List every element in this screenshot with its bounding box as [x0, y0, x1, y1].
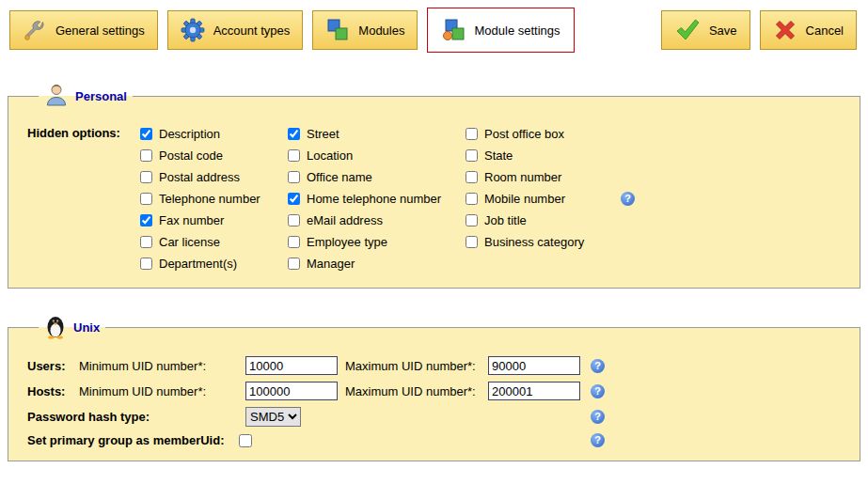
hidden-option-fax-number-checkbox[interactable]: [140, 214, 152, 226]
member-uid-checkbox[interactable]: [239, 434, 252, 447]
hidden-options-column-2: StreetLocationOffice nameHome telephone …: [288, 123, 466, 274]
hidden-option-home-telephone-number: Home telephone number: [288, 188, 466, 210]
hidden-option-employee-type: Employee type: [288, 231, 466, 253]
hidden-option-manager-checkbox[interactable]: [288, 258, 300, 270]
hosts-max-uid-label: Maximum UID number*:: [345, 384, 488, 398]
checkbox-label: Telephone number: [159, 192, 260, 206]
password-hash-row: Password hash type: SMD5 ?: [27, 407, 605, 427]
hidden-option-job-title: Job title: [466, 210, 635, 231]
help-icon[interactable]: ?: [591, 410, 605, 424]
hidden-option-description-checkbox[interactable]: [140, 128, 152, 140]
module-settings-label: Module settings: [474, 23, 560, 38]
personal-section: Personal Hidden options: DescriptionPost…: [8, 83, 860, 289]
hidden-option-car-license-checkbox[interactable]: [140, 236, 152, 248]
hidden-options-column-1: DescriptionPostal codePostal addressTele…: [140, 123, 288, 274]
password-hash-label: Password hash type:: [27, 410, 245, 424]
account-types-label: Account types: [213, 23, 291, 38]
hidden-option-department-s--checkbox[interactable]: [140, 258, 152, 270]
hidden-option-description: Description: [140, 123, 288, 145]
module-settings-tab-selected[interactable]: Module settings: [427, 8, 574, 53]
users-min-uid-label: Minimum UID number*:: [79, 359, 245, 373]
lam-module-settings-page: General settings: [0, 0, 868, 461]
users-min-uid-input[interactable]: [245, 356, 338, 375]
person-icon: [44, 83, 69, 110]
tux-penguin-icon: [44, 313, 67, 342]
checkbox-label: Department(s): [159, 257, 237, 271]
hosts-min-uid-input[interactable]: [245, 382, 338, 400]
hidden-option-mobile-number-checkbox[interactable]: [466, 193, 478, 205]
toolbar: General settings: [0, 0, 868, 58]
checkbox-label: eMail address: [307, 213, 383, 227]
hidden-option-location-checkbox[interactable]: [288, 149, 300, 162]
hidden-option-postal-address-checkbox[interactable]: [140, 171, 152, 183]
hidden-option-mobile-number: Mobile number?: [466, 188, 635, 210]
hidden-option-car-license: Car license: [140, 231, 288, 253]
checkbox-label: Post office box: [484, 127, 564, 141]
hosts-uid-row: Hosts: Minimum UID number*: Maximum UID …: [27, 382, 605, 400]
help-icon[interactable]: ?: [591, 433, 605, 447]
hidden-option-street-checkbox[interactable]: [288, 128, 300, 140]
module-settings-icon: [441, 18, 466, 42]
checkbox-label: Street: [307, 127, 339, 141]
save-label: Save: [709, 23, 737, 38]
checkbox-label: Description: [159, 127, 220, 141]
password-hash-select[interactable]: SMD5: [245, 407, 301, 427]
checkbox-label: Business category: [484, 235, 584, 249]
personal-legend: Personal: [39, 83, 133, 110]
checkbox-label: Postal code: [159, 148, 223, 163]
checkbox-label: Office name: [307, 170, 372, 184]
help-icon[interactable]: ?: [591, 359, 605, 373]
hidden-option-post-office-box-checkbox[interactable]: [466, 128, 478, 140]
cancel-button[interactable]: Cancel: [760, 10, 857, 50]
hidden-option-telephone-number-checkbox[interactable]: [140, 193, 152, 205]
hidden-option-department-s-: Department(s): [140, 253, 288, 274]
hidden-option-email-address-checkbox[interactable]: [288, 214, 300, 226]
checkbox-label: Manager: [307, 257, 355, 271]
hidden-option-room-number-checkbox[interactable]: [466, 171, 478, 183]
hidden-option-postal-address: Postal address: [140, 166, 288, 188]
hidden-option-job-title-checkbox[interactable]: [466, 214, 478, 226]
hidden-option-state: State: [466, 145, 635, 166]
modules-button[interactable]: Modules: [312, 10, 418, 50]
hosts-label: Hosts:: [27, 384, 79, 398]
hidden-option-postal-code: Postal code: [140, 145, 288, 166]
hidden-option-telephone-number: Telephone number: [140, 188, 288, 210]
checkbox-label: Postal address: [159, 170, 240, 184]
member-uid-row: Set primary group as memberUid: ?: [27, 433, 605, 447]
hidden-option-home-telephone-number-checkbox[interactable]: [288, 193, 300, 205]
hosts-max-uid-input[interactable]: [488, 382, 580, 400]
general-settings-label: General settings: [55, 23, 145, 38]
gear-icon: [181, 18, 205, 42]
checkbox-label: Room number: [484, 170, 561, 184]
help-icon[interactable]: ?: [591, 384, 605, 398]
unix-legend: Unix: [39, 313, 105, 342]
hidden-option-office-name-checkbox[interactable]: [288, 171, 300, 183]
hidden-option-email-address: eMail address: [288, 210, 466, 231]
cancel-icon: [773, 18, 797, 42]
modules-label: Modules: [358, 23, 404, 38]
users-max-uid-label: Maximum UID number*:: [345, 359, 488, 373]
hidden-option-state-checkbox[interactable]: [466, 149, 478, 162]
checkbox-label: Car license: [159, 235, 220, 249]
hidden-option-postal-code-checkbox[interactable]: [140, 149, 152, 162]
users-max-uid-input[interactable]: [488, 356, 580, 375]
cancel-label: Cancel: [806, 23, 844, 38]
unix-section: Unix Users: Minimum UID number*: Maximum…: [8, 313, 860, 461]
unix-legend-label: Unix: [73, 320, 100, 335]
help-icon[interactable]: ?: [621, 192, 635, 206]
account-types-button[interactable]: Account types: [167, 10, 304, 50]
checkbox-label: Job title: [484, 213, 527, 227]
users-label: Users:: [27, 359, 79, 373]
general-settings-button[interactable]: General settings: [9, 10, 158, 50]
save-button[interactable]: Save: [661, 10, 750, 50]
users-uid-row: Users: Minimum UID number*: Maximum UID …: [27, 356, 605, 375]
hidden-option-street: Street: [288, 123, 466, 145]
check-icon: [674, 18, 701, 42]
checkbox-label: Fax number: [159, 213, 224, 227]
member-uid-label: Set primary group as memberUid:: [27, 433, 239, 447]
hidden-options-column-3: Post office boxStateRoom numberMobile nu…: [466, 123, 635, 274]
wrench-icon: [23, 18, 47, 42]
hidden-option-employee-type-checkbox[interactable]: [288, 236, 300, 248]
hidden-option-business-category-checkbox[interactable]: [466, 236, 478, 248]
checkbox-label: Home telephone number: [307, 192, 441, 206]
